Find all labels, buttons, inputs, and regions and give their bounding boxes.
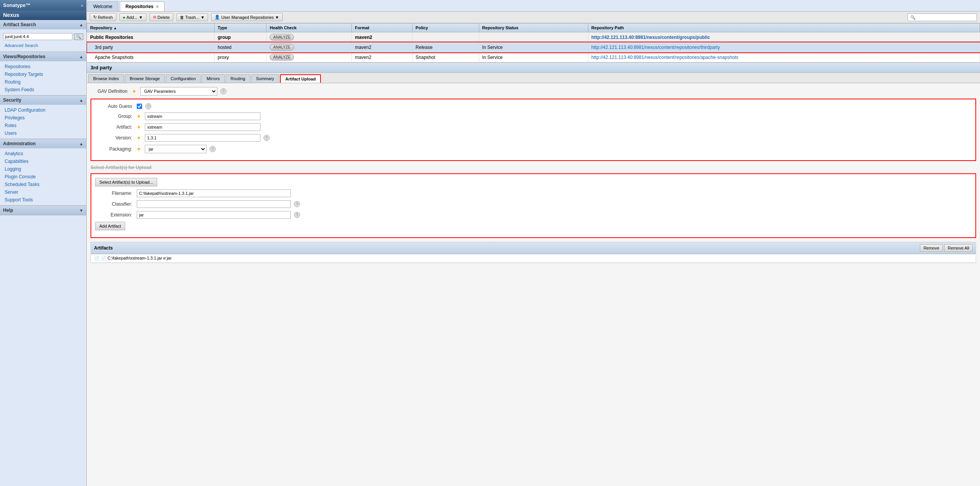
repo-table-header: Repository ▲ Type Health Check Format Po…: [87, 23, 980, 32]
group-row: Group: ★: [95, 112, 972, 120]
table-row[interactable]: Public Repositories group ANALYZE maven2…: [87, 32, 980, 42]
artifact-search-input[interactable]: [3, 33, 72, 40]
row-path-link-thirdparty[interactable]: http://42.121.113.40:8981/nexus/content/…: [591, 45, 720, 50]
group-label: Group:: [95, 114, 134, 119]
artifact-search-arrow: ▲: [79, 23, 83, 27]
classifier-label: Classifier:: [95, 201, 134, 207]
filename-label: Filename:: [95, 191, 134, 196]
sidebar-item-support-tools[interactable]: Support Tools: [0, 196, 86, 204]
row-path-cell: http://42.121.113.40:8981/nexus/content/…: [588, 52, 980, 62]
delete-button[interactable]: ⊖ Delete: [149, 13, 173, 21]
group-status-cell: [479, 32, 588, 42]
sidebar-item-logging[interactable]: Logging: [0, 165, 86, 173]
sidebar-item-capabilities[interactable]: Capabilities: [0, 158, 86, 165]
sidebar-item-repositories[interactable]: Repositories: [0, 63, 86, 70]
add-button[interactable]: ● Add... ▼: [119, 13, 146, 21]
views-repositories-section: Views/Repositories ▲ Repositories Reposi…: [0, 52, 86, 96]
filename-row: Filename:: [95, 189, 972, 197]
security-content: LDAP Configuration Privileges Roles User…: [0, 105, 86, 139]
toolbar: Refresh ● Add... ▼ ⊖ Delete 🗑 Trash... ▼…: [87, 12, 980, 23]
group-format-cell: maven2: [352, 32, 412, 42]
group-name-cell: Public Repositories: [87, 32, 215, 42]
sidebar-item-scheduled-tasks[interactable]: Scheduled Tasks: [0, 181, 86, 188]
row-status-cell: In Service: [479, 42, 588, 52]
row-format-cell: maven2: [352, 52, 412, 62]
artifact-input[interactable]: [145, 123, 260, 131]
select-artifacts-button[interactable]: Select Artifact(s) to Upload...: [95, 178, 157, 186]
version-input[interactable]: [145, 134, 260, 142]
sidebar-item-server[interactable]: Server: [0, 188, 86, 196]
analyze-btn-apache[interactable]: ANALYZE: [270, 54, 294, 60]
security-header[interactable]: Security ▲: [0, 96, 86, 105]
add-dropdown-icon: ▼: [139, 15, 143, 20]
tab-routing[interactable]: Routing: [226, 74, 250, 83]
sidebar-item-routing[interactable]: Routing: [0, 78, 86, 86]
gav-definition-select[interactable]: GAV Parameters: [140, 87, 217, 96]
remove-all-button[interactable]: Remove All: [944, 244, 973, 252]
row-health-cell: ANALYZE: [267, 42, 352, 52]
select-btn-row: Select Artifact(s) to Upload...: [95, 178, 972, 186]
sidebar-item-system-feeds[interactable]: System Feeds: [0, 86, 86, 94]
sidebar-item-repository-targets[interactable]: Repository Targets: [0, 70, 86, 78]
sidebar-item-users[interactable]: Users: [0, 129, 86, 137]
add-artifact-button[interactable]: Add Artifact: [95, 222, 125, 230]
refresh-button[interactable]: Refresh: [90, 13, 116, 21]
tab-summary[interactable]: Summary: [251, 74, 279, 83]
row-health-cell: ANALYZE: [267, 52, 352, 62]
tab-browse-storage[interactable]: Browse Storage: [125, 74, 165, 83]
packaging-select[interactable]: jar: [145, 145, 206, 153]
sidebar-collapse-btn[interactable]: «: [81, 3, 83, 8]
group-input[interactable]: [145, 112, 260, 120]
help-header[interactable]: Help ▼: [0, 206, 86, 215]
extension-help-icon: ?: [294, 212, 300, 218]
version-row: Version: ★ ?: [95, 134, 972, 142]
sidebar-item-roles[interactable]: Roles: [0, 122, 86, 129]
sort-arrow-repository: ▲: [114, 26, 117, 30]
sidebar-item-analytics[interactable]: Analytics: [0, 150, 86, 158]
classifier-input[interactable]: [137, 200, 291, 208]
analyze-btn-public[interactable]: ANALYZE: [270, 34, 294, 40]
tab-browse-index[interactable]: Browse Index: [88, 74, 124, 83]
sidebar-item-ldap[interactable]: LDAP Configuration: [0, 106, 86, 114]
security-arrow: ▲: [79, 98, 83, 102]
artifact-search-header[interactable]: Artifact Search ▲: [0, 20, 86, 29]
row-policy-cell: Release: [412, 42, 479, 52]
tab-artifact-upload[interactable]: Artifact Upload: [280, 74, 321, 83]
trash-icon: 🗑: [180, 15, 184, 20]
tab-mirrors[interactable]: Mirrors: [201, 74, 225, 83]
close-repositories-tab[interactable]: ✕: [156, 5, 159, 9]
auto-guess-label: Auto Guess: [95, 104, 134, 109]
views-repositories-header[interactable]: Views/Repositories ▲: [0, 52, 86, 61]
toolbar-search-input[interactable]: [908, 13, 977, 21]
administration-header[interactable]: Administration ▲: [0, 139, 86, 148]
auto-guess-checkbox[interactable]: [137, 104, 142, 109]
table-row[interactable]: Apache Snapshots proxy ANALYZE maven2 Sn…: [87, 52, 980, 62]
group-path-link[interactable]: http://42.121.113.40:8981/nexus/content/…: [591, 35, 710, 40]
refresh-icon: [93, 15, 97, 20]
analyze-btn-thirdparty[interactable]: ANALYZE: [270, 44, 294, 50]
row-policy-cell: Snapshot: [412, 52, 479, 62]
list-item[interactable]: 📄 📄 C:\fakepath\xstream-1.3.1.jar e:jar: [91, 254, 976, 263]
artifacts-buttons: Remove Remove All: [920, 244, 973, 252]
classifier-row: Classifier: ?: [95, 200, 972, 208]
row-path-link-apache[interactable]: http://42.121.113.40:8981/nexus/content/…: [591, 55, 738, 60]
sidebar-item-plugin-console[interactable]: Plugin Console: [0, 173, 86, 181]
sidebar-header: Sonatype™ «: [0, 0, 86, 10]
trash-button[interactable]: 🗑 Trash... ▼: [176, 13, 208, 21]
tab-repositories[interactable]: Repositories ✕: [120, 2, 165, 11]
artifact-search-btn[interactable]: 🔍: [74, 34, 83, 40]
filename-input[interactable]: [137, 189, 291, 197]
extension-input[interactable]: [137, 211, 291, 219]
help-arrow: ▼: [79, 208, 83, 213]
tab-configuration[interactable]: Configuration: [166, 74, 201, 83]
advanced-search-link[interactable]: Advanced Search: [0, 42, 86, 50]
tab-welcome[interactable]: Welcome: [87, 2, 118, 11]
remove-button[interactable]: Remove: [920, 244, 943, 252]
gav-parameters-box: Auto Guess ? Group: ★ Artifact: ★: [91, 99, 976, 161]
table-row[interactable]: 3rd party hosted ANALYZE maven2 Release …: [87, 42, 980, 52]
row-type-cell: proxy: [214, 52, 266, 62]
user-managed-button[interactable]: 👤 User Managed Repositories ▼: [211, 13, 282, 21]
artifact-search-box: 🔍: [0, 31, 86, 42]
sidebar-item-privileges[interactable]: Privileges: [0, 114, 86, 122]
delete-icon: ⊖: [153, 15, 156, 20]
